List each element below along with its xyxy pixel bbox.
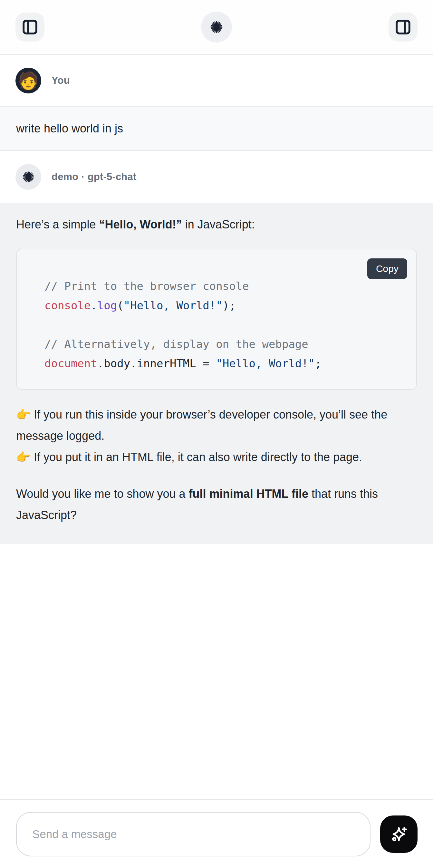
app-logo-button[interactable] xyxy=(201,11,232,42)
code-line: document.body.innerHTML = "Hello, World!… xyxy=(44,354,403,373)
code-content: // Print to the browser consoleconsole.l… xyxy=(17,249,416,389)
assistant-turn-header: demo · gpt-5-chat xyxy=(0,151,433,203)
assistant-turn-name: demo · gpt-5-chat xyxy=(52,171,136,183)
composer-bar xyxy=(0,799,433,868)
right-panel-toggle-button[interactable] xyxy=(389,12,417,41)
user-message-text: write hello world in js xyxy=(16,122,123,135)
user-avatar-emoji: 🧑 xyxy=(18,72,39,89)
code-line xyxy=(44,315,403,335)
code-line: // Alternatively, display on the webpage xyxy=(44,335,403,354)
intro-bold: “Hello, World!” xyxy=(99,218,182,231)
copy-code-button[interactable]: Copy xyxy=(367,258,407,279)
panel-left-icon xyxy=(21,19,39,36)
starburst-avatar-icon xyxy=(22,170,35,184)
assistant-intro-paragraph: Here’s a simple “Hello, World!” in JavaS… xyxy=(16,214,417,235)
user-turn-header: 🧑 You xyxy=(0,55,433,106)
sparkles-icon xyxy=(389,824,409,844)
send-button[interactable] xyxy=(380,815,417,853)
sidebar-toggle-button[interactable] xyxy=(16,12,44,41)
user-avatar: 🧑 xyxy=(16,68,41,93)
tip-line: 👉 If you put it in an HTML file, it can … xyxy=(16,446,417,468)
top-bar xyxy=(0,0,433,55)
tip-line: 👉 If you run this inside your browser’s … xyxy=(16,404,417,446)
closing-paragraph: Would you like me to show you a full min… xyxy=(16,483,417,526)
code-line: // Print to the browser console xyxy=(44,276,403,296)
starburst-logo-icon xyxy=(209,20,224,34)
code-line: console.log("Hello, World!"); xyxy=(44,296,403,315)
empty-chat-area xyxy=(0,544,433,799)
closing-prefix: Would you like me to show you a xyxy=(16,487,189,500)
closing-bold: full minimal HTML file xyxy=(189,487,308,500)
user-turn-name: You xyxy=(52,75,70,86)
assistant-message: Here’s a simple “Hello, World!” in JavaS… xyxy=(0,203,433,544)
intro-suffix: in JavaScript: xyxy=(182,218,255,231)
code-block: Copy // Print to the browser consolecons… xyxy=(16,249,417,390)
panel-right-icon xyxy=(394,19,412,36)
intro-prefix: Here’s a simple xyxy=(16,218,99,231)
user-message: write hello world in js xyxy=(0,106,433,151)
tips-paragraph: 👉 If you run this inside your browser’s … xyxy=(16,404,417,468)
message-input[interactable] xyxy=(16,812,371,857)
assistant-avatar xyxy=(16,164,41,190)
